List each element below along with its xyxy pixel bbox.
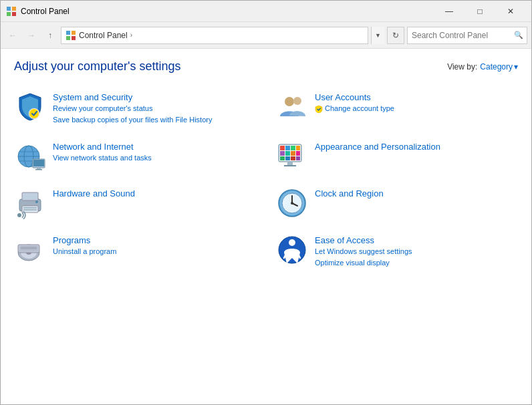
view-by-value-text: Category	[480, 62, 513, 72]
svg-rect-0	[7, 7, 11, 11]
svg-rect-36	[284, 165, 296, 166]
svg-rect-4	[66, 31, 70, 35]
network-text: Network and Internet View network status…	[53, 140, 152, 163]
user-accounts-icon	[276, 91, 308, 123]
svg-rect-7	[72, 36, 76, 40]
svg-rect-6	[66, 36, 70, 40]
ease-access-link-1[interactable]: Let Windows suggest settings	[315, 247, 412, 257]
svg-point-49	[291, 202, 293, 205]
ease-access-icon	[276, 234, 308, 266]
svg-rect-29	[291, 151, 295, 156]
category-ease-access: Ease of Access Let Windows suggest setti…	[276, 230, 518, 273]
ease-access-title[interactable]: Ease of Access	[315, 235, 412, 245]
user-accounts-title[interactable]: User Accounts	[315, 92, 394, 102]
svg-rect-40	[23, 207, 37, 209]
network-title[interactable]: Network and Internet	[53, 142, 152, 152]
address-path-text: Control Panel	[79, 31, 128, 40]
svg-rect-33	[291, 156, 295, 160]
view-by-dropdown[interactable]: Category ▾	[480, 62, 518, 72]
view-by-control: View by: Category ▾	[447, 62, 518, 72]
system-security-title[interactable]: System and Security	[53, 92, 212, 102]
system-security-text: System and Security Review your computer…	[53, 91, 212, 126]
page-header: Adjust your computer's settings View by:…	[14, 59, 518, 74]
system-security-link-1[interactable]: Review your computer's status	[53, 104, 212, 114]
ease-access-text: Ease of Access Let Windows suggest setti…	[315, 234, 412, 269]
svg-rect-25	[291, 146, 295, 150]
svg-rect-38	[22, 192, 38, 200]
up-button[interactable]: ↑	[42, 27, 58, 43]
svg-point-42	[35, 200, 38, 203]
address-chevron: ›	[130, 31, 132, 39]
clock-text: Clock and Region	[315, 187, 384, 198]
svg-rect-27	[280, 151, 285, 156]
hardware-title[interactable]: Hardware and Sound	[53, 188, 135, 198]
svg-rect-18	[33, 160, 44, 166]
svg-rect-20	[35, 169, 42, 170]
close-button[interactable]: ✕	[495, 1, 526, 22]
search-input[interactable]	[407, 27, 527, 44]
clock-title[interactable]: Clock and Region	[315, 188, 384, 198]
search-container: 🔍	[407, 27, 527, 44]
appearance-title[interactable]: Appearance and Personalization	[315, 142, 440, 152]
svg-rect-1	[12, 7, 16, 11]
svg-rect-23	[280, 146, 285, 150]
svg-rect-5	[72, 31, 76, 35]
category-user-accounts: User Accounts Change account type	[276, 87, 518, 130]
svg-rect-34	[296, 156, 300, 160]
svg-rect-3	[12, 12, 16, 16]
user-accounts-link-1[interactable]: Change account type	[315, 104, 394, 114]
refresh-button[interactable]: ↻	[387, 27, 404, 44]
svg-rect-31	[280, 156, 285, 160]
network-icon	[14, 140, 46, 172]
window-title: Control Panel	[21, 7, 434, 16]
window-icon	[6, 6, 17, 17]
user-accounts-text: User Accounts Change account type	[315, 91, 394, 114]
svg-rect-24	[285, 146, 290, 150]
svg-point-11	[293, 97, 301, 105]
appearance-text: Appearance and Personalization	[315, 140, 440, 152]
forward-button[interactable]: →	[23, 27, 39, 43]
svg-rect-35	[287, 162, 293, 165]
svg-rect-19	[37, 168, 41, 169]
category-system-security: System and Security Review your computer…	[14, 87, 256, 130]
view-by-chevron-icon: ▾	[514, 62, 518, 72]
ease-access-link-2[interactable]: Optimize visual display	[315, 258, 412, 268]
programs-link-1[interactable]: Uninstall a program	[53, 247, 116, 257]
category-programs: Programs Uninstall a program	[14, 230, 256, 273]
hardware-icon	[14, 187, 46, 219]
categories-grid: System and Security Review your computer…	[14, 87, 518, 273]
back-button[interactable]: ←	[5, 27, 21, 43]
svg-rect-26	[296, 146, 300, 150]
hardware-text: Hardware and Sound	[53, 187, 135, 198]
view-by-label: View by:	[447, 62, 477, 72]
svg-point-9	[29, 109, 39, 118]
svg-rect-41	[23, 209, 37, 211]
svg-point-43	[17, 213, 21, 217]
category-hardware: Hardware and Sound	[14, 183, 256, 223]
svg-rect-30	[296, 151, 300, 156]
category-appearance: Appearance and Personalization	[276, 136, 518, 176]
minimize-button[interactable]: —	[434, 1, 464, 22]
category-clock: Clock and Region	[276, 183, 518, 223]
window: Control Panel — □ ✕ ← → ↑ Control Panel …	[0, 0, 532, 405]
svg-rect-2	[7, 12, 11, 16]
programs-icon	[14, 234, 46, 266]
appearance-icon	[276, 140, 308, 172]
clock-icon	[276, 187, 308, 219]
programs-text: Programs Uninstall a program	[53, 234, 116, 257]
address-path-bar[interactable]: Control Panel ›	[61, 27, 368, 44]
page-title: Adjust your computer's settings	[14, 59, 181, 74]
address-dropdown-button[interactable]: ▼	[371, 27, 384, 44]
title-bar: Control Panel — □ ✕	[1, 1, 531, 22]
network-link-1[interactable]: View network status and tasks	[53, 153, 152, 163]
window-controls: — □ ✕	[434, 1, 526, 22]
main-content: Adjust your computer's settings View by:…	[1, 49, 531, 404]
maximize-button[interactable]: □	[464, 1, 495, 22]
svg-point-10	[285, 97, 294, 106]
address-bar: ← → ↑ Control Panel › ▼ ↻ 🔍	[1, 22, 531, 49]
svg-rect-32	[285, 156, 290, 160]
system-security-link-2[interactable]: Save backup copies of your files with Fi…	[53, 115, 212, 125]
svg-point-58	[289, 239, 295, 246]
category-network: Network and Internet View network status…	[14, 136, 256, 176]
programs-title[interactable]: Programs	[53, 235, 116, 245]
